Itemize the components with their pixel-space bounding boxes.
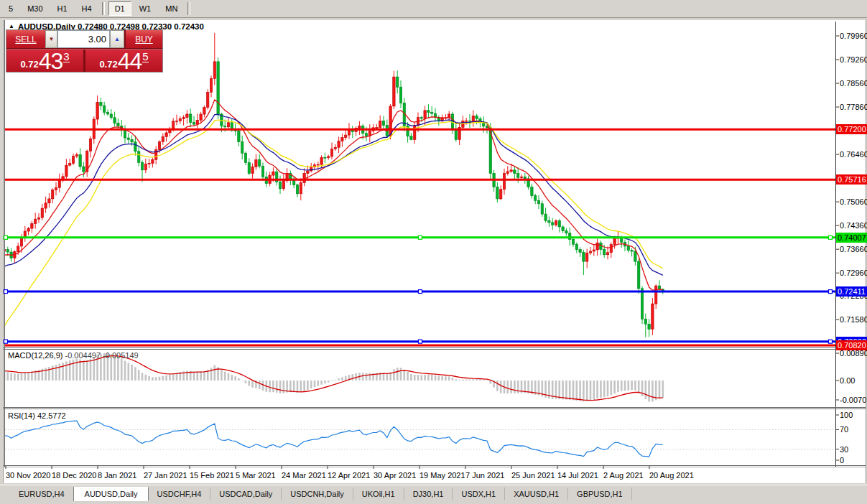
- buy-button[interactable]: BUY: [126, 30, 162, 48]
- date-tick-label: 14 Jul 2021: [557, 471, 598, 480]
- date-tick-label: 7 Jun 2021: [465, 471, 504, 480]
- date-tick-label: 18 Dec 2020: [52, 471, 96, 480]
- sell-price-display[interactable]: 0.72433: [6, 50, 83, 72]
- buy-price-display[interactable]: 0.72445: [85, 50, 162, 72]
- rsi-name-value: RSI(14) 42.5772: [8, 411, 66, 420]
- rsi-scale-label: 70: [840, 425, 848, 434]
- date-tick-label: 12 Apr 2021: [328, 471, 370, 480]
- timeframe-button-m5[interactable]: 5: [2, 1, 19, 16]
- tab-gbpusd-h1[interactable]: GBPUSD,H1: [568, 487, 632, 500]
- price-tick-label: 0.77860: [840, 103, 867, 111]
- date-tick-label: 30 Apr 2021: [374, 471, 416, 480]
- triangle-up-icon: ▲: [114, 36, 120, 42]
- line-price-badge: 0.70820: [836, 340, 867, 350]
- price-tick-label: 0.76460: [840, 150, 867, 159]
- price-tick-label: 0.78560: [840, 79, 867, 88]
- volume-input[interactable]: [57, 30, 110, 48]
- rsi-label: RSI(14) 42.5772: [8, 411, 66, 420]
- date-tick-label: 30 Nov 2020: [6, 471, 50, 480]
- one-click-trading-panel: SELL ▼ ▲ BUY 0.72433 0.72445: [6, 29, 163, 73]
- line-price-badge: 0.77200: [836, 124, 867, 134]
- tab-audusd-daily[interactable]: AUDUSD,Daily: [74, 487, 149, 501]
- rsi-scale-label: 0: [840, 456, 844, 465]
- oneclick-toggle-icon[interactable]: ▲: [9, 23, 14, 29]
- buy-price-big-digits: 44: [118, 52, 142, 71]
- price-tick-label: 0.73660: [840, 245, 867, 253]
- volume-decrease-button[interactable]: ▼: [45, 30, 57, 48]
- date-tick-label: 19 May 2021: [419, 471, 465, 480]
- triangle-down-icon: ▼: [49, 36, 55, 42]
- macd-name: MACD(12,26,9): [8, 351, 62, 360]
- date-tick-label: 8 Jan 2021: [98, 471, 136, 480]
- price-tick-label: 0.71580: [840, 315, 867, 324]
- tab-ukoil-h1[interactable]: UKOil,H1: [353, 487, 404, 500]
- sell-price-prefix: 0.72: [20, 60, 38, 69]
- date-tick-label: 24 Mar 2021: [282, 471, 326, 480]
- timeframe-button-d1[interactable]: D1: [108, 1, 131, 16]
- rsi-scale-label: 100: [840, 411, 853, 419]
- date-tick-label: 2 Aug 2021: [603, 471, 644, 480]
- buy-price-fraction: 5: [142, 51, 148, 62]
- date-tick-label: 25 Jun 2021: [511, 471, 555, 480]
- timeframe-button-w1[interactable]: W1: [133, 1, 158, 16]
- timeframe-button-h1[interactable]: H1: [51, 1, 74, 16]
- line-price-badge: 0.72411: [836, 286, 867, 297]
- tab-usdcad-daily[interactable]: USDCAD,Daily: [210, 487, 282, 500]
- sell-button[interactable]: SELL: [6, 30, 45, 48]
- macd-scale-label: -0.007011: [840, 396, 867, 404]
- toolbar-separator: [187, 2, 190, 15]
- sell-price-fraction: 3: [63, 51, 69, 62]
- date-tick-label: 20 Aug 2021: [649, 471, 694, 480]
- macd-label: MACD(12,26,9) -0.004497 -0.005149: [8, 351, 139, 360]
- date-tick-label: 15 Feb 2021: [190, 471, 234, 480]
- timeframe-button-mn[interactable]: MN: [159, 1, 184, 16]
- tab-usdchf-h4[interactable]: USDCHF,H4: [149, 487, 211, 500]
- sell-price-big-digits: 43: [39, 52, 63, 71]
- tab-dj30-h1[interactable]: DJ30,H1: [404, 487, 453, 500]
- price-tick-label: 0.74360: [840, 221, 867, 230]
- price-tick-label: 0.79960: [840, 32, 867, 40]
- terminal-window: 5 M30 H1 H4 D1 W1 MN ▲AUDUSD,Daily 0.724…: [0, 0, 867, 504]
- tab-xauusd-h1[interactable]: XAUUSD,H1: [505, 487, 568, 500]
- line-price-badge: 0.75716: [836, 174, 867, 185]
- timeframe-button-m30[interactable]: M30: [21, 1, 49, 16]
- chart-tab-bar: EURUSD,H4 AUDUSD,Daily USDCHF,H4 USDCAD,…: [0, 485, 867, 504]
- timeframe-toolbar: 5 M30 H1 H4 D1 W1 MN: [0, 0, 867, 18]
- toolbar-separator: [102, 2, 105, 15]
- timeframe-button-h4[interactable]: H4: [75, 1, 98, 16]
- price-tick-label: 0.75060: [840, 197, 867, 206]
- price-tick-label: 0.79260: [840, 55, 867, 64]
- tab-usdx-h1[interactable]: USDX,H1: [453, 487, 505, 500]
- buy-price-prefix: 0.72: [99, 60, 117, 69]
- macd-current-values: -0.004497 -0.005149: [65, 351, 138, 360]
- macd-scale-label: 0.00: [840, 376, 855, 385]
- line-price-badge: 0.74007: [836, 233, 867, 243]
- price-tick-label: 0.72960: [840, 269, 867, 277]
- volume-increase-button[interactable]: ▲: [110, 30, 124, 48]
- rsi-scale-label: 30: [840, 445, 848, 454]
- date-tick-label: 27 Jan 2021: [144, 471, 187, 480]
- tab-eurusd-h4[interactable]: EURUSD,H4: [10, 487, 74, 500]
- date-tick-label: 5 Mar 2021: [236, 471, 276, 480]
- tab-usdcnh-daily[interactable]: USDCNH,Daily: [282, 487, 353, 500]
